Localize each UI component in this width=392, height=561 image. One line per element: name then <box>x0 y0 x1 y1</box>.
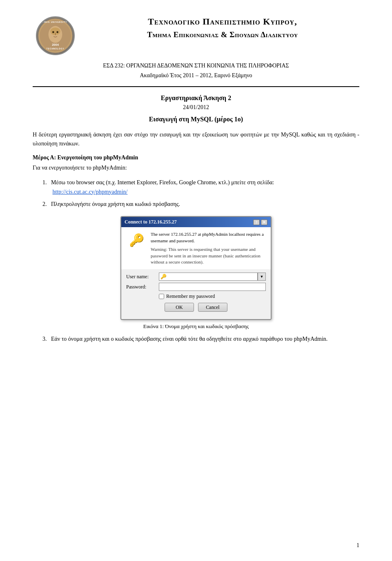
password-row: Password: <box>126 283 266 291</box>
dialog-image-container: Connect to 172.16.255.27 ? ✕ 🔑 The serve… <box>33 216 359 330</box>
image-caption: Εικόνα 1: Όνομα χρήστη και κωδικός πρόσβ… <box>143 323 249 330</box>
step-2: 2. Πληκτρολογήστε όνομα χρήστη και κωδικ… <box>42 200 359 209</box>
dialog-form: User name: 🔑 ▼ Password: Remember my pas… <box>121 269 271 319</box>
logo-area: CYPRUS UNIVERSITY OF TECHNOLOGY 2004 <box>33 16 78 55</box>
password-label: Password: <box>126 284 159 290</box>
step-2-text: Πληκτρολογήστε όνομα χρήστη και κωδικό π… <box>51 201 180 207</box>
header: CYPRUS UNIVERSITY OF TECHNOLOGY 2004 Τεχ… <box>33 16 359 55</box>
svg-point-7 <box>56 31 58 33</box>
page-number: 1 <box>356 542 359 549</box>
lab-subtitle: Εισαγωγή στη MySQL (μέρος 1ο) <box>33 116 359 123</box>
password-input[interactable] <box>159 283 266 291</box>
remember-label: Remember my password <box>166 293 215 299</box>
step-1-text: Μέσω του browser σας (π.χ. Internet Expl… <box>51 179 274 186</box>
department-title: Τμημα Επικοινωνιας & Σπουδων Διαδικτυου <box>86 30 359 39</box>
dialog-help-button[interactable]: ? <box>253 219 260 225</box>
step-3-number: 3. <box>42 336 50 342</box>
university-logo: CYPRUS UNIVERSITY OF TECHNOLOGY 2004 <box>36 16 75 55</box>
title-area: Τεχνολογικο Πανεπιστημιο Κυπρου, Τμημα Ε… <box>86 16 359 39</box>
step-1-indent <box>42 189 51 195</box>
dialog-icon-area: 🔑 <box>126 231 147 265</box>
key-icon: 🔑 <box>129 233 144 247</box>
dialog-text-content: The server 172.16.255.27 at phpMyAdmin l… <box>151 231 266 265</box>
username-icon: 🔑 <box>160 274 167 280</box>
dialog-close-button[interactable]: ✕ <box>261 219 267 225</box>
university-title: Τεχνολογικο Πανεπιστημιο Κυπρου, <box>86 16 359 27</box>
username-label: User name: <box>126 274 159 280</box>
phpmyadmin-link[interactable]: http://cis.cut.ac.cy/phpmyadmin/ <box>53 189 128 195</box>
intro-paragraph: Η δεύτερη εργαστηριακή άσκηση έχει σαν σ… <box>33 130 359 149</box>
svg-point-6 <box>52 31 54 33</box>
username-row: User name: 🔑 ▼ <box>126 273 266 281</box>
username-input-group: 🔑 ▼ <box>159 273 266 281</box>
login-dialog: Connect to 172.16.255.27 ? ✕ 🔑 The serve… <box>120 216 272 320</box>
step-3-text: Εάν το όνομα χρήστη και ο κωδικός πρόσβα… <box>51 336 327 342</box>
lab-date: 24/01/2012 <box>33 104 359 111</box>
lab-title: Εργαστηριακή Άσκηση 2 <box>33 94 359 102</box>
svg-text:2004: 2004 <box>52 43 59 47</box>
step-3: 3. Εάν το όνομα χρήστη και ο κωδικός πρό… <box>42 335 359 344</box>
remember-checkbox[interactable] <box>159 294 164 299</box>
svg-text:CYPRUS UNIVERSITY OF: CYPRUS UNIVERSITY OF <box>39 21 72 23</box>
username-dropdown[interactable]: ▼ <box>258 273 266 281</box>
course-title: ΕΣΔ 232: ΟΡΓΑΝΩΣΗ ΔΕΔΟΜΕΝΩΝ ΣΤΗ ΚΟΙΝΩΝΙΑ… <box>33 63 359 69</box>
step-1: 1. Μέσω του browser σας (π.χ. Internet E… <box>42 178 359 197</box>
dialog-title: Connect to 172.16.255.27 <box>125 219 177 225</box>
dialog-main-text: The server 172.16.255.27 at phpMyAdmin l… <box>151 231 266 244</box>
dialog-action-buttons: OK Cancel <box>126 303 266 315</box>
dialog-titlebar: Connect to 172.16.255.27 ? ✕ <box>121 217 271 227</box>
dialog-body: 🔑 The server 172.16.255.27 at phpMyAdmin… <box>121 227 271 269</box>
svg-text:TECHNOLOGY: TECHNOLOGY <box>46 47 64 50</box>
dialog-warning-text: Warning: This server is requesting that … <box>151 246 266 265</box>
part-a-heading: Μέρος Α: Ενεργοποίηση του phpMyAdmin <box>33 154 359 161</box>
remember-row: Remember my password <box>159 293 266 299</box>
academic-year: Ακαδημαϊκό Έτος 2011 – 2012, Εαρινό Εξάμ… <box>33 72 359 79</box>
dialog-titlebar-buttons: ? ✕ <box>253 219 267 225</box>
step-1-number: 1. <box>42 179 50 186</box>
main-divider <box>33 86 359 87</box>
part-a-intro: Για να ενεργοποιήσετε το phpMyAdmin: <box>33 163 359 172</box>
step-2-number: 2. <box>42 201 50 207</box>
logo-svg: CYPRUS UNIVERSITY OF TECHNOLOGY 2004 <box>36 18 75 54</box>
ok-button[interactable]: OK <box>165 303 194 312</box>
username-input-display[interactable]: 🔑 <box>159 273 258 281</box>
cancel-button[interactable]: Cancel <box>198 303 227 312</box>
